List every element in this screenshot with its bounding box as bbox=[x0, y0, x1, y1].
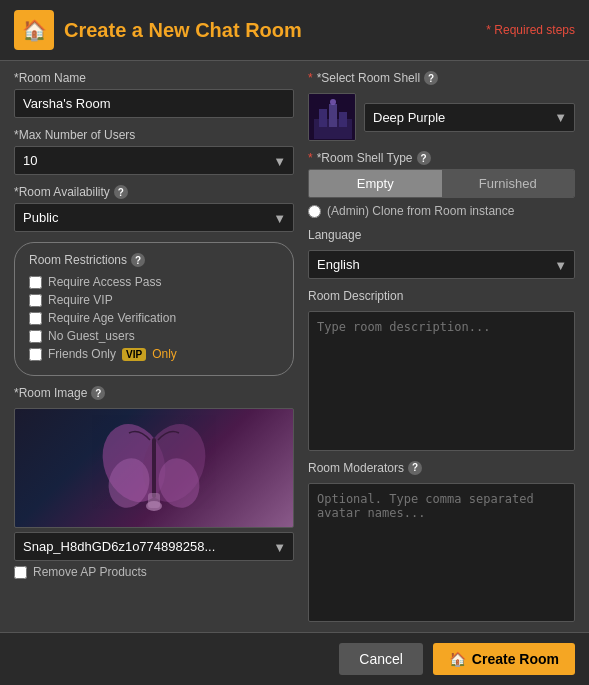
svg-rect-9 bbox=[319, 109, 327, 127]
vip-badge: VIP bbox=[122, 348, 146, 361]
restriction-friends-only-checkbox[interactable] bbox=[29, 348, 42, 361]
select-room-shell-section: **Select Room Shell ? bbox=[308, 71, 575, 141]
room-image-section: *Room Image ? bbox=[14, 386, 294, 622]
room-image-file-select-wrapper: Snap_H8dhGD6z1o774898258... ▼ bbox=[14, 532, 294, 561]
remove-ap-checkbox[interactable] bbox=[14, 566, 27, 579]
only-label: Only bbox=[152, 347, 177, 361]
restriction-age-label: Require Age Verification bbox=[48, 311, 176, 325]
room-description-label: Room Description bbox=[308, 289, 575, 303]
max-users-select-wrapper: 10 5 15 20 25 50 ▼ bbox=[14, 146, 294, 175]
restriction-vip-label: Require VIP bbox=[48, 293, 113, 307]
shell-select[interactable]: Deep Purple bbox=[364, 103, 575, 132]
room-description-section: Room Description bbox=[308, 289, 575, 451]
max-users-field: *Max Number of Users 10 5 15 20 25 50 ▼ bbox=[14, 128, 294, 175]
room-moderators-label: Room Moderators ? bbox=[308, 461, 575, 475]
dialog-header: 🏠 Create a New Chat Room * Required step… bbox=[0, 0, 589, 61]
room-moderators-textarea[interactable] bbox=[308, 483, 575, 623]
room-shell-type-section: **Room Shell Type ? Empty Furnished (Adm… bbox=[308, 151, 575, 218]
language-label: Language bbox=[308, 228, 575, 242]
svg-rect-10 bbox=[329, 104, 337, 127]
svg-rect-6 bbox=[148, 493, 160, 508]
shell-type-empty-btn[interactable]: Empty bbox=[309, 170, 442, 197]
room-shell-type-help-icon[interactable]: ? bbox=[417, 151, 431, 165]
restriction-no-guest-checkbox[interactable] bbox=[29, 330, 42, 343]
create-room-label: Create Room bbox=[472, 651, 559, 667]
room-image-file-wrapper: Snap_H8dhGD6z1o774898258... ▼ bbox=[14, 532, 294, 561]
room-availability-select[interactable]: Public Private Friends Only bbox=[14, 203, 294, 232]
remove-ap-row: Remove AP Products bbox=[14, 565, 294, 579]
select-room-shell-label: **Select Room Shell ? bbox=[308, 71, 575, 85]
restriction-age-checkbox[interactable] bbox=[29, 312, 42, 325]
room-name-field: *Room Name bbox=[14, 71, 294, 118]
restrictions-title: Room Restrictions ? bbox=[29, 253, 279, 267]
restriction-access-pass-row: Require Access Pass bbox=[29, 275, 279, 289]
shell-thumbnail bbox=[308, 93, 356, 141]
dialog-title: Create a New Chat Room bbox=[64, 19, 302, 42]
max-users-select[interactable]: 10 5 15 20 25 50 bbox=[14, 146, 294, 175]
header-left: 🏠 Create a New Chat Room bbox=[14, 10, 302, 50]
dialog-body: *Room Name *Max Number of Users 10 5 15 … bbox=[0, 61, 589, 632]
room-availability-field: *Room Availability ? Public Private Frie… bbox=[14, 185, 294, 232]
room-moderators-section: Room Moderators ? bbox=[308, 461, 575, 623]
create-room-icon: 🏠 bbox=[449, 651, 466, 667]
room-availability-select-wrapper: Public Private Friends Only ▼ bbox=[14, 203, 294, 232]
restriction-age-row: Require Age Verification bbox=[29, 311, 279, 325]
left-column: *Room Name *Max Number of Users 10 5 15 … bbox=[14, 71, 294, 622]
restriction-friends-only-row: Friends Only VIP Only bbox=[29, 347, 279, 361]
clone-label: (Admin) Clone from Room instance bbox=[327, 204, 514, 218]
language-select-wrapper: English ▼ bbox=[308, 250, 575, 279]
svg-point-12 bbox=[330, 99, 336, 105]
room-restrictions-box: Room Restrictions ? Require Access Pass … bbox=[14, 242, 294, 376]
cancel-button[interactable]: Cancel bbox=[339, 643, 423, 675]
shell-type-toggle: Empty Furnished bbox=[308, 169, 575, 198]
shell-thumbnail-svg bbox=[309, 94, 356, 141]
room-name-label: *Room Name bbox=[14, 71, 294, 85]
language-select[interactable]: English bbox=[308, 250, 575, 279]
shell-type-furnished-btn[interactable]: Furnished bbox=[442, 170, 575, 197]
room-moderators-help-icon[interactable]: ? bbox=[408, 461, 422, 475]
svg-rect-11 bbox=[339, 112, 347, 127]
restrictions-help-icon[interactable]: ? bbox=[131, 253, 145, 267]
required-note: * Required steps bbox=[486, 23, 575, 37]
room-availability-label: *Room Availability ? bbox=[14, 185, 294, 199]
house-icon: 🏠 bbox=[14, 10, 54, 50]
language-section: Language English ▼ bbox=[308, 228, 575, 279]
room-image-file-select[interactable]: Snap_H8dhGD6z1o774898258... bbox=[14, 532, 294, 561]
room-shell-type-label: **Room Shell Type ? bbox=[308, 151, 575, 165]
room-availability-help-icon[interactable]: ? bbox=[114, 185, 128, 199]
restriction-access-pass-label: Require Access Pass bbox=[48, 275, 161, 289]
room-description-textarea[interactable] bbox=[308, 311, 575, 451]
restriction-no-guest-label: No Guest_users bbox=[48, 329, 135, 343]
dialog-footer: Cancel 🏠 Create Room bbox=[0, 632, 589, 685]
clone-radio[interactable] bbox=[308, 205, 321, 218]
max-users-label: *Max Number of Users bbox=[14, 128, 294, 142]
restriction-vip-row: Require VIP bbox=[29, 293, 279, 307]
right-column: **Select Room Shell ? bbox=[308, 71, 575, 622]
restriction-no-guest-row: No Guest_users bbox=[29, 329, 279, 343]
create-room-button[interactable]: 🏠 Create Room bbox=[433, 643, 575, 675]
shell-select-wrapper: Deep Purple ▼ bbox=[364, 103, 575, 132]
room-name-input[interactable] bbox=[14, 89, 294, 118]
remove-ap-label: Remove AP Products bbox=[33, 565, 147, 579]
restriction-access-pass-checkbox[interactable] bbox=[29, 276, 42, 289]
room-image-preview bbox=[14, 408, 294, 528]
svg-rect-4 bbox=[152, 438, 156, 498]
room-image-label: *Room Image ? bbox=[14, 386, 294, 400]
clone-row: (Admin) Clone from Room instance bbox=[308, 204, 575, 218]
create-room-dialog: 🏠 Create a New Chat Room * Required step… bbox=[0, 0, 589, 685]
butterfly-decoration bbox=[94, 418, 214, 518]
select-room-shell-help-icon[interactable]: ? bbox=[424, 71, 438, 85]
room-image-help-icon[interactable]: ? bbox=[91, 386, 105, 400]
restriction-vip-checkbox[interactable] bbox=[29, 294, 42, 307]
restriction-friends-only-label: Friends Only bbox=[48, 347, 116, 361]
shell-select-row: Deep Purple ▼ bbox=[308, 93, 575, 141]
